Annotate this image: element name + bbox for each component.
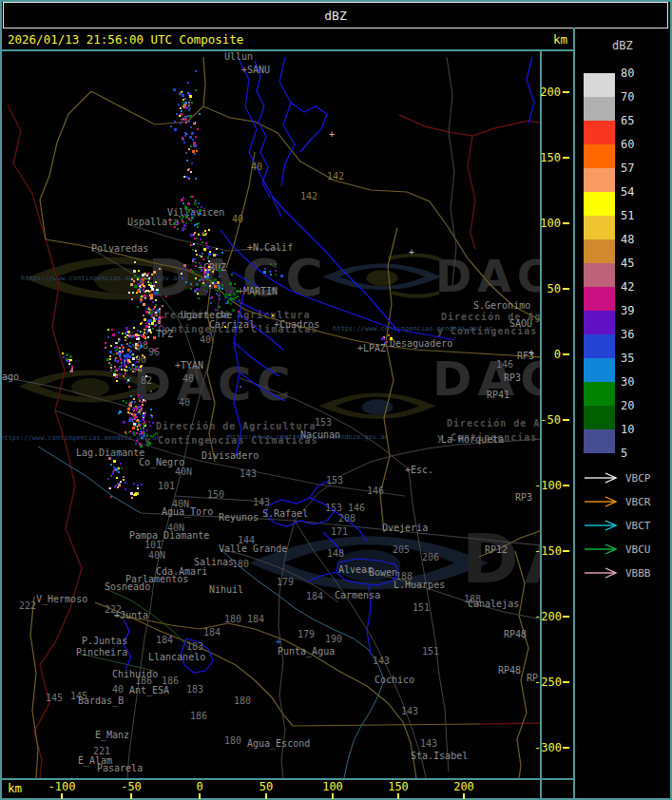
map-label: 101 — [158, 482, 175, 491]
radar-echo — [187, 169, 189, 171]
colorbar-tick-label: 20 — [621, 399, 634, 412]
colorbar-tick-label: 48 — [621, 233, 634, 246]
radar-echo — [110, 364, 112, 366]
radar-echo — [114, 366, 116, 368]
radar-echo — [118, 338, 120, 340]
vector-arrow-icon — [584, 472, 620, 484]
colorbar-tick-label: 65 — [621, 114, 634, 127]
radar-echo — [194, 153, 196, 155]
x-tick-mark — [332, 793, 334, 799]
radar-echo — [186, 160, 188, 162]
radar-echo — [143, 289, 144, 291]
radar-echo — [128, 345, 130, 347]
radar-echo — [139, 410, 141, 411]
radar-echo — [263, 271, 266, 274]
radar-echo — [123, 479, 125, 481]
y-axis-unit-label: km — [553, 32, 567, 47]
radar-echo — [165, 295, 167, 297]
radar-echo — [114, 359, 116, 361]
radar-echo — [182, 137, 183, 139]
radar-echo — [131, 298, 133, 300]
radar-echo — [270, 274, 272, 276]
radar-echo — [225, 302, 227, 304]
map-label: Pampa_Diamante — [129, 531, 209, 541]
radar-echo — [110, 496, 112, 498]
radar-echo — [144, 332, 145, 333]
radar-echo — [163, 327, 164, 329]
radar-echo — [118, 332, 120, 333]
radar-echo — [139, 433, 141, 435]
x-tick-label: 100 — [322, 780, 343, 793]
radar-echo — [221, 284, 223, 286]
radar-echo — [105, 347, 106, 349]
radar-echo — [116, 477, 118, 479]
window-title: dBZ — [324, 9, 346, 23]
radar-echo — [137, 330, 139, 332]
x-tick-mark — [130, 793, 132, 799]
radar-echo — [208, 266, 210, 268]
y-tick-mark — [563, 681, 569, 683]
radar-echo — [128, 292, 130, 294]
map-label: 180 — [232, 560, 249, 569]
map-label: Ant_ESA — [129, 686, 169, 695]
radar-echo — [202, 284, 205, 287]
radar-echo — [208, 229, 210, 231]
radar-echo — [191, 132, 194, 135]
radar-echo — [139, 411, 141, 413]
radar-echo — [206, 271, 209, 274]
radar-echo — [109, 355, 111, 357]
radar-echo — [140, 428, 142, 429]
radar-echo — [187, 92, 189, 94]
radar-echo — [202, 279, 204, 281]
radar-echo — [137, 290, 140, 293]
map-label: 40N — [148, 551, 165, 561]
map-label: Ullun — [224, 52, 253, 62]
radar-echo — [123, 400, 125, 402]
map-label: 143 — [373, 657, 390, 666]
x-tick-mark — [265, 793, 267, 799]
radar-echo — [147, 445, 149, 447]
radar-echo — [208, 260, 210, 262]
radar-echo — [174, 128, 177, 131]
radar-echo — [153, 308, 155, 310]
radar-echo — [191, 162, 193, 164]
radar-echo — [134, 275, 136, 276]
radar-echo — [70, 359, 72, 361]
radar-echo — [131, 332, 133, 333]
radar-echo — [144, 318, 146, 321]
radar-echo — [141, 396, 143, 398]
radar-echo — [162, 316, 163, 318]
radar-echo — [192, 139, 194, 141]
map-label: Valle Grande — [219, 544, 287, 554]
radar-echo — [231, 274, 233, 276]
radar-echo — [197, 226, 199, 228]
radar-echo — [105, 342, 106, 344]
radar-echo — [218, 285, 220, 287]
radar-echo — [118, 368, 120, 370]
colorbar-block — [584, 239, 615, 263]
radar-echo — [132, 357, 135, 360]
radar-echo — [63, 356, 65, 358]
map-label: Canalejas — [468, 600, 519, 609]
map-label: Agua_Escond — [247, 739, 310, 749]
radar-echo — [125, 433, 127, 435]
radar-echo — [190, 145, 192, 147]
colorbar-tick-label: 54 — [621, 185, 634, 199]
radar-echo — [143, 428, 144, 429]
radar-echo — [187, 177, 189, 179]
radar-echo — [115, 342, 117, 344]
radar-echo — [198, 202, 200, 204]
radar-echo — [181, 110, 182, 112]
radar-echo — [194, 290, 197, 293]
radar-echo — [125, 402, 127, 404]
radar-echo — [125, 482, 126, 484]
colorbar-tick-label: 5 — [621, 447, 627, 460]
colorbar-block — [584, 144, 615, 168]
radar-echo — [70, 370, 73, 372]
x-tick-mark — [199, 793, 201, 799]
radar-echo — [127, 408, 130, 410]
radar-echo — [118, 353, 120, 355]
radar-echo — [192, 150, 195, 153]
radar-echo — [129, 342, 131, 344]
radar-echo — [137, 487, 139, 489]
